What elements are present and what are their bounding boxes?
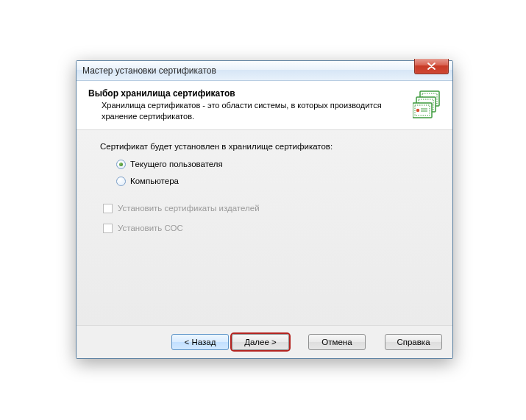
close-icon [427, 63, 436, 70]
checkbox-install-crl: Установить СОС [103, 224, 435, 233]
radio-label: Текущего пользователя [130, 160, 223, 168]
radio-icon [116, 177, 126, 186]
back-button[interactable]: < Назад [171, 334, 229, 350]
close-button[interactable] [414, 59, 449, 74]
store-location-group: Текущего пользователя Компьютера [116, 160, 435, 186]
checkbox-icon [103, 224, 113, 233]
button-label: < Назад [185, 338, 216, 346]
radio-current-user[interactable]: Текущего пользователя [116, 160, 435, 169]
instruction-text: Сертификат будет установлен в хранилище … [100, 142, 435, 151]
svg-point-6 [416, 109, 419, 112]
next-button[interactable]: Далее > [232, 334, 289, 350]
radio-computer[interactable]: Компьютера [116, 177, 435, 186]
wizard-header: Выбор хранилища сертификатов Хранилища с… [77, 81, 452, 130]
titlebar[interactable]: Мастер установки сертификатов [77, 61, 452, 81]
header-title: Выбор хранилища сертификатов [88, 88, 405, 99]
cancel-button[interactable]: Отмена [308, 334, 366, 350]
certificate-wizard-dialog: Мастер установки сертификатов Выбор хран… [76, 60, 453, 359]
checkbox-icon [103, 204, 113, 213]
help-button[interactable]: Справка [385, 334, 442, 350]
checkbox-label: Установить СОС [118, 224, 183, 232]
wizard-button-bar: < Назад Далее > Отмена Справка [77, 325, 452, 358]
radio-icon [116, 160, 126, 169]
certificate-store-icon [413, 90, 442, 119]
button-label: Далее > [244, 338, 277, 346]
radio-label: Компьютера [130, 177, 179, 185]
checkbox-label: Установить сертификаты издателей [118, 204, 260, 213]
button-label: Отмена [321, 338, 352, 346]
button-label: Справка [397, 338, 430, 346]
header-description: Хранилища сертификатов - это области сис… [102, 100, 405, 122]
checkbox-install-publishers: Установить сертификаты издателей [103, 204, 435, 213]
window-title: Мастер установки сертификатов [82, 65, 216, 76]
wizard-body: Сертификат будет установлен в хранилище … [77, 130, 452, 325]
